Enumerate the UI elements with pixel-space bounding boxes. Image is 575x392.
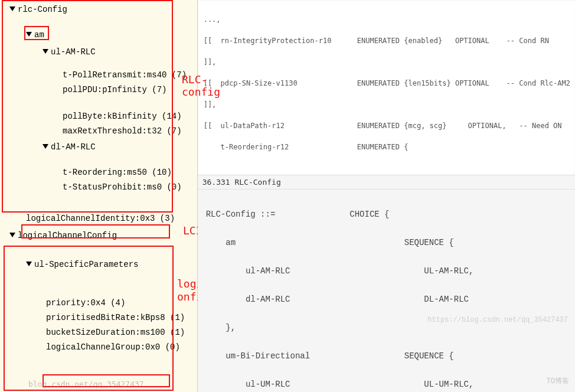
spec-line: [[ ul-DataPath-r12 ENUMERATED {mcg, scg}… [204, 120, 570, 131]
label: am [34, 30, 44, 40]
leaf-priority: priority:0x4 (4) [46, 296, 197, 311]
spec-snippet-top: ..., [[ rn-IntegrityProtection-r10 ENUME… [198, 0, 575, 175]
label: ul-AM-RLC [51, 47, 96, 57]
label: ul-SpecificParameters [34, 260, 138, 269]
triangle-icon [26, 262, 32, 266]
triangle-icon [9, 6, 15, 11]
spec-line: [[ rn-IntegrityProtection-r10 ENUMERATED… [204, 35, 570, 46]
leaf-lcg: logicalChannelGroup:0x0 (0) [46, 340, 197, 355]
node-ul-spec: ul-SpecificParameters [26, 257, 197, 272]
triangle-icon [43, 144, 48, 149]
asn-line: dl-AM-RLC DL-AM-RLC [206, 292, 571, 306]
triangle-icon [26, 32, 32, 37]
spec-line: ]], [204, 57, 570, 67]
spec-line: [[ pdcp-SN-Size-v1130 ENUMERATED {len15b… [204, 78, 570, 89]
asn-line: am SEQUENCE { [206, 236, 571, 250]
leaf-pollpdu: pollPDU:pInfinity (7) [63, 83, 197, 97]
node-dl-am-rlc: dl-AM-RLC [43, 140, 197, 155]
spec-line: t-Reordering-r12 ENUMERATED { [204, 142, 570, 152]
asn-line: ul-AM-RLC UL-AM-RLC, [206, 264, 571, 278]
right-panel: ..., [[ rn-IntegrityProtection-r10 ENUME… [198, 0, 575, 392]
left-tree-panel: rlc-Config am ul-AM-RLC t-PollRetransmit… [0, 0, 198, 392]
asn-line: RLC-Config ::= CHOICE { [206, 207, 571, 221]
label: rlc-Config [18, 5, 67, 14]
asn-block: RLC-Config ::= CHOICE { am SEQUENCE { ul… [198, 190, 575, 392]
triangle-icon [9, 233, 15, 237]
asn-line: ul-UM-RLC UL-UM-RLC, [206, 377, 571, 391]
spec-line: ]], [204, 99, 570, 110]
label: logicalChannelConfig [18, 231, 117, 240]
leaf-lcid: logicalChannelIdentity:0x3 (3) [26, 211, 197, 226]
leaf-tstatus: t-StatusProhibit:ms0 (0) [63, 180, 197, 195]
node-am: am [26, 28, 197, 43]
node-rlc-config: rlc-Config [9, 2, 197, 17]
spec-caption: 36.331 RLC-Config [198, 175, 575, 190]
label: dl-AM-RLC [51, 142, 96, 152]
watermark-right-2: TO博客 [547, 374, 569, 388]
watermark-left: blog.csdn.net/qq_35427437 [28, 380, 144, 388]
node-lc-config: logicalChannelConfig [9, 228, 197, 243]
asn-line: um-Bi-Directional SEQUENCE { [206, 349, 571, 363]
leaf-treord: t-Reordering:ms50 (10) [63, 165, 197, 180]
leaf-tpoll: t-PollRetransmit:ms40 (7) [63, 68, 197, 83]
spec-line: ..., [204, 14, 570, 25]
leaf-maxretx: maxRetxThreshold:t32 (7) [63, 124, 197, 139]
node-ul-am-rlc: ul-AM-RLC [43, 45, 197, 60]
watermark-right: https://blog.csdn.net/qq_35427437 [427, 313, 568, 327]
triangle-icon [43, 49, 48, 54]
leaf-pbr: prioritisedBitRate:kBps8 (1) [46, 311, 197, 325]
leaf-pollbyte: pollByte:kBinfinity (14) [63, 109, 197, 124]
leaf-bsd: bucketSizeDuration:ms100 (1) [46, 325, 197, 340]
